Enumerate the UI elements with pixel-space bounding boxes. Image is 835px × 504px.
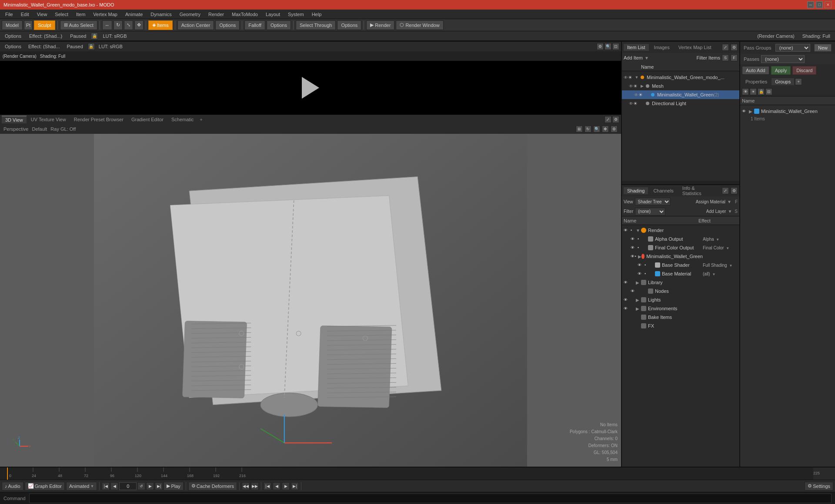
- render-camera-label[interactable]: (Render Camera): [3, 54, 37, 59]
- filter-f-btn[interactable]: F: [731, 54, 738, 61]
- vp-pan-icon[interactable]: ✥: [602, 126, 609, 133]
- select-through-btn[interactable]: Select Through: [296, 20, 336, 30]
- tab-properties[interactable]: Properties: [742, 78, 771, 85]
- paused-status[interactable]: Paused: [67, 32, 89, 40]
- shader-item-nodes[interactable]: 👁 Nodes: [622, 287, 739, 295]
- mode-pt[interactable]: Pt: [24, 20, 33, 30]
- eye-shader-env[interactable]: 👁: [624, 306, 631, 311]
- assign-material-dropdown-icon[interactable]: ▼: [727, 199, 731, 204]
- eye-shader-final[interactable]: 👁: [631, 245, 638, 250]
- tab-channels[interactable]: Channels: [650, 187, 677, 194]
- menu-edit[interactable]: Edit: [17, 11, 33, 18]
- auto-select-btn[interactable]: ⊞Auto Select: [60, 20, 97, 30]
- play-button[interactable]: [302, 77, 319, 99]
- settings-btn[interactable]: ⚙ Settings: [805, 482, 833, 491]
- menu-view[interactable]: View: [33, 11, 51, 18]
- eye-shader-nodes[interactable]: 👁: [631, 289, 638, 293]
- tab-render-preset[interactable]: Render Preset Browser: [70, 116, 127, 123]
- vp-settings-icon[interactable]: ⚙: [612, 116, 619, 123]
- effect-shading[interactable]: Effect: (Shad...): [26, 32, 65, 40]
- menu-dynamics[interactable]: Dynamics: [147, 11, 175, 18]
- animated-btn[interactable]: Animated ▼: [66, 482, 97, 491]
- items-btn[interactable]: ◈ Items: [148, 20, 173, 30]
- frame-next-btn2[interactable]: ▶: [282, 482, 290, 490]
- shader-filter-dropdown[interactable]: (none): [635, 208, 665, 216]
- close-button[interactable]: ✕: [825, 1, 832, 8]
- shader-item-bake[interactable]: Bake Items: [622, 313, 739, 322]
- shader-item-library[interactable]: 👁 ▶ Library: [622, 278, 739, 287]
- play-btn[interactable]: ▶ Play: [164, 482, 183, 491]
- auto-add-button[interactable]: Auto Add: [742, 66, 769, 75]
- maximize-button[interactable]: □: [816, 1, 823, 8]
- options-tab[interactable]: Options: [2, 43, 24, 50]
- lock-btn[interactable]: 🔒: [88, 43, 95, 50]
- raygl-label[interactable]: Ray GL: Off: [50, 126, 76, 132]
- discard-button[interactable]: Discard: [792, 66, 816, 75]
- eye-shader-lights[interactable]: 👁: [624, 298, 631, 302]
- tab-3d-view[interactable]: 3D View: [2, 116, 27, 123]
- shading-label[interactable]: Shading: Full: [799, 32, 833, 40]
- eye-shader-render[interactable]: 👁: [624, 228, 631, 232]
- minimize-button[interactable]: ─: [807, 1, 814, 8]
- frame-last-btn2[interactable]: ▶|: [291, 482, 299, 490]
- frame-prev-btn2[interactable]: ◀: [273, 482, 281, 490]
- vp-settings2-icon[interactable]: ⚙: [611, 126, 618, 133]
- menu-geometry[interactable]: Geometry: [176, 11, 204, 18]
- falloff-options-btn[interactable]: Options: [267, 20, 291, 30]
- menu-animate[interactable]: Animate: [122, 11, 146, 18]
- group-eye-icon[interactable]: 👁: [742, 109, 749, 113]
- tree-item-mesh-group[interactable]: 👁 ☀ ▶ Mesh: [622, 82, 739, 90]
- transform-rotate[interactable]: ↻: [114, 20, 123, 30]
- timeline-ruler[interactable]: 0 24 48 72 96 120 144 168 192 216: [7, 468, 813, 480]
- eye-shader-alpha[interactable]: 👁: [631, 237, 638, 241]
- audio-btn[interactable]: ♪ Audio: [2, 482, 23, 491]
- shader-view-dropdown[interactable]: Shader Tree: [635, 198, 671, 206]
- tab-vertex-map[interactable]: Vertex Map List: [675, 44, 715, 51]
- groups-lock-icon[interactable]: 🔒: [758, 88, 765, 95]
- tab-images[interactable]: Images: [651, 44, 673, 51]
- add-layer-label[interactable]: Add Layer: [706, 209, 726, 214]
- menu-maxtomodo[interactable]: MaxToModo: [228, 11, 261, 18]
- falloff-btn[interactable]: Falloff: [244, 20, 265, 30]
- render-window-btn[interactable]: ⬡ Render Window: [396, 20, 443, 30]
- pass-groups-dropdown[interactable]: (none): [775, 44, 810, 52]
- shader-item-base-shader[interactable]: 👁 • Base Shader Full Shading ▼: [622, 261, 739, 269]
- filter-s-btn[interactable]: S: [722, 54, 729, 61]
- shading-full-label[interactable]: Shading: Full: [40, 54, 65, 59]
- add-layer-dropdown[interactable]: ▼: [728, 209, 732, 214]
- tab-item-list[interactable]: Item List: [624, 44, 649, 51]
- item-tree-scrollbar[interactable]: [622, 181, 739, 184]
- eye-shader-base-mat[interactable]: 👁: [638, 272, 645, 276]
- add-item-dropdown-icon[interactable]: ▼: [645, 56, 649, 60]
- menu-help[interactable]: Help: [308, 11, 325, 18]
- perspective-label[interactable]: Perspective: [3, 126, 28, 132]
- expand-scene[interactable]: ▼: [634, 75, 639, 80]
- menu-layout[interactable]: Layout: [262, 11, 284, 18]
- groups-add-icon[interactable]: +: [795, 78, 802, 85]
- eye-icon-light[interactable]: 👁: [629, 101, 633, 106]
- viewport-zoom-icon[interactable]: 🔍: [605, 43, 611, 50]
- paused-tab[interactable]: Paused: [63, 43, 86, 50]
- mode-sculpt[interactable]: Sculpt: [34, 20, 55, 30]
- expand-render[interactable]: ▼: [636, 228, 641, 233]
- transform-scale[interactable]: ⤡: [124, 20, 133, 30]
- render-btn[interactable]: ▶ Render: [366, 20, 394, 30]
- eye-icon-wallet[interactable]: 👁: [634, 93, 638, 97]
- expand-mesh[interactable]: ▶: [639, 84, 645, 88]
- groups-eye-icon[interactable]: 👁: [742, 88, 749, 95]
- prev-frame-btn[interactable]: ◀: [110, 482, 118, 490]
- assign-material-label[interactable]: Assign Material: [696, 199, 725, 204]
- menu-item[interactable]: Item: [73, 11, 89, 18]
- expand-lights[interactable]: ▶: [636, 298, 641, 302]
- vp-zoom-icon[interactable]: 🔍: [593, 126, 600, 133]
- tree-item-scene[interactable]: 👁 ☀ ▼ Minimalistic_Wallet_Green_modo_...: [622, 73, 739, 82]
- shader-item-render[interactable]: 👁 • ▼ Render: [622, 226, 739, 235]
- shader-item-lights[interactable]: 👁 ▶ Lights: [622, 295, 739, 304]
- loop-btn[interactable]: ↺: [137, 482, 145, 490]
- menu-vertex-map[interactable]: Vertex Map: [90, 11, 121, 18]
- expand-wallet-mat[interactable]: ▶: [638, 254, 641, 259]
- tab-info-stats[interactable]: Info & Statistics: [679, 185, 718, 197]
- shader-item-fx[interactable]: FX: [622, 322, 739, 330]
- vp-expand-icon[interactable]: ⤢: [605, 116, 611, 123]
- frame-first-btn2[interactable]: |◀: [264, 482, 271, 490]
